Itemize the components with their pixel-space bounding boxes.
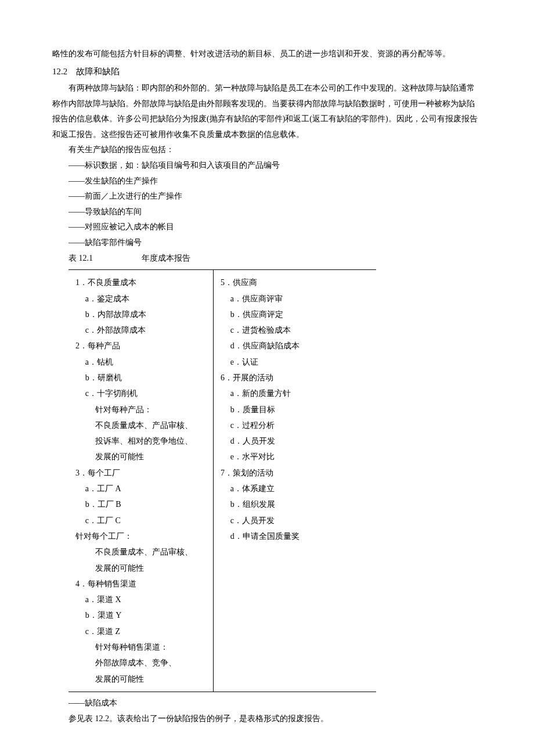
table-row: a．供应商评审 bbox=[221, 291, 374, 307]
table-row: c．工厂 C bbox=[75, 513, 211, 528]
table-row: c．渠道 Z bbox=[75, 624, 211, 639]
table-row: a．工厂 A bbox=[75, 481, 211, 496]
bullet-item: ——前面／上次进行的生产操作 bbox=[52, 189, 482, 204]
table-row: 发展的可能性 bbox=[75, 560, 211, 576]
table-row: b．质量目标 bbox=[221, 402, 374, 417]
intro-paragraph: 略性的发布可能包括方针目标的调整、针对改进活动的新目标、员工的进一步培训和开发、… bbox=[52, 46, 482, 62]
table-row: 7．策划的活动 bbox=[221, 465, 374, 481]
table-row: 发展的可能性 bbox=[75, 449, 211, 465]
table-row: c．十字切削机 bbox=[75, 386, 211, 401]
table-row: 3．每个工厂 bbox=[75, 465, 211, 481]
table-row: e．水平对比 bbox=[221, 449, 374, 465]
table-row: d．申请全国质量奖 bbox=[221, 528, 374, 544]
bullet-item: ——标识数据，如：缺陷项目编号和归入该项目的产品编号 bbox=[52, 158, 482, 174]
table-row: b．组织发展 bbox=[221, 496, 374, 512]
report-table: 1．不良质量成本a．鉴定成本b．内部故障成本c．外部故障成本2．每种产品a．钻机… bbox=[68, 269, 376, 692]
table-left-column: 1．不良质量成本a．鉴定成本b．内部故障成本c．外部故障成本2．每种产品a．钻机… bbox=[68, 270, 214, 692]
section-number: 12.2 bbox=[52, 67, 67, 76]
table-row: b．工厂 B bbox=[75, 496, 211, 512]
section-title-text: 故障和缺陷 bbox=[76, 67, 120, 76]
table-row: 针对每种销售渠道： bbox=[75, 639, 211, 655]
table-row: 针对每个工厂： bbox=[75, 528, 211, 544]
table-row: a．新的质量方针 bbox=[221, 386, 374, 401]
table-row: 不良质量成本、产品审核、 bbox=[75, 417, 211, 433]
table-row: 发展的可能性 bbox=[75, 671, 211, 687]
table-row: c．人员开发 bbox=[221, 513, 374, 528]
table-row: 2．每种产品 bbox=[75, 338, 211, 354]
closing-paragraph: 参见表 12.2。该表给出了一份缺陷报告的例子，是表格形式的报废报告。 bbox=[52, 711, 482, 727]
bullet-list: ——标识数据，如：缺陷项目编号和归入该项目的产品编号——发生缺陷的生产操作——前… bbox=[52, 158, 482, 251]
section-heading: 12.2 故障和缺陷 bbox=[52, 63, 482, 80]
bullet-item: ——导致缺陷的车间 bbox=[52, 204, 482, 220]
body-paragraph-2: 有关生产缺陷的报告应包括： bbox=[52, 142, 482, 158]
table-caption: 表 12.1 年度成本报告 bbox=[52, 251, 482, 267]
table-row: 5．供应商 bbox=[221, 275, 374, 290]
bullet-item: ——发生缺陷的生产操作 bbox=[52, 174, 482, 189]
bullet-item: ——缺陷零部件编号 bbox=[52, 235, 482, 251]
table-row: c．进货检验成本 bbox=[221, 322, 374, 338]
table-row: e．认证 bbox=[221, 354, 374, 370]
table-row: b．内部故障成本 bbox=[75, 307, 211, 322]
table-row: d．供应商缺陷成本 bbox=[221, 338, 374, 354]
table-row: 4．每种销售渠道 bbox=[75, 576, 211, 592]
table-row: 6．开展的活动 bbox=[221, 370, 374, 386]
table-row: c．过程分析 bbox=[221, 417, 374, 433]
table-row: a．渠道 X bbox=[75, 592, 211, 607]
table-row: 针对每种产品： bbox=[75, 402, 211, 417]
table-row: b．研磨机 bbox=[75, 370, 211, 386]
table-row: b．渠道 Y bbox=[75, 607, 211, 623]
after-bullet: ——缺陷成本 bbox=[52, 696, 482, 711]
table-row: c．外部故障成本 bbox=[75, 322, 211, 338]
body-paragraph-1: 有两种故障与缺陷：即内部的和外部的。第一种故障与缺陷是员工在本公司的工作中发现的… bbox=[52, 81, 482, 142]
table-right-column: 5．供应商a．供应商评审b．供应商评定c．进货检验成本d．供应商缺陷成本e．认证… bbox=[214, 270, 376, 692]
table-row: a．钻机 bbox=[75, 354, 211, 370]
table-row: 不良质量成本、产品审核、 bbox=[75, 544, 211, 560]
table-row: 1．不良质量成本 bbox=[75, 275, 211, 290]
table-row: a．体系建立 bbox=[221, 481, 374, 496]
table-row: 投诉率、相对的竞争地位、 bbox=[75, 433, 211, 449]
bullet-item: ——对照应被记入成本的帐目 bbox=[52, 219, 482, 235]
table-row: 外部故障成本、竞争、 bbox=[75, 655, 211, 671]
table-row: b．供应商评定 bbox=[221, 307, 374, 322]
table-row: d．人员开发 bbox=[221, 433, 374, 449]
table-row: a．鉴定成本 bbox=[75, 291, 211, 307]
